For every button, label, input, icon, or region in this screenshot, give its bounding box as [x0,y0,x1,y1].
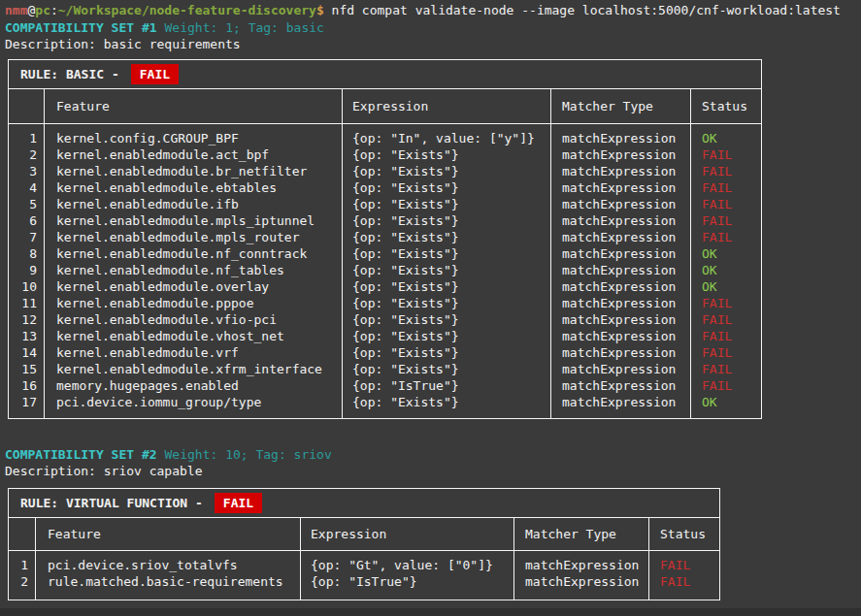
status-cell: OK [691,262,761,278]
col-header-status: Status [649,518,719,550]
prompt-host: pc [35,3,50,17]
prompt-path: ~/Workspace/node-feature-discovery [58,3,316,17]
table-row: 2 rule.matched.basic-requirements {op: "… [9,573,719,590]
column-divider [690,124,691,418]
status-cell: FAIL [691,361,761,377]
prompt-line: nmm@pc:~/Workspace/node-feature-discover… [5,2,841,18]
matcher-type-cell: matchExpression [551,361,691,377]
matcher-type-cell: matchExpression [551,328,691,344]
feature-cell: memory.hugepages.enabled [45,377,343,394]
matcher-type-cell: matchExpression [514,573,649,590]
row-number: 9 [9,262,45,278]
status-cell: OK [691,394,761,410]
feature-cell: kernel.enabledmodule.ifb [45,196,343,212]
expression-cell: {op: "Exists"} [343,295,551,311]
row-number: 12 [9,311,45,328]
status-cell: FAIL [691,328,761,344]
expression-cell: {op: "Exists"} [343,361,551,377]
feature-cell: kernel.enabledmodule.vhost_net [45,328,343,344]
table-row: 15 kernel.enabledmodule.xfrm_interface {… [9,361,761,377]
expression-cell: {op: "Exists"} [343,262,551,278]
column-header-row: Feature Expression Matcher Type Status [9,89,761,124]
matcher-type-cell: matchExpression [551,179,691,196]
row-number: 4 [9,179,45,196]
feature-cell: kernel.enabledmodule.mpls_iptunnel [45,212,343,229]
row-number: 3 [9,163,45,179]
row-number: 16 [9,377,45,394]
status-cell: FAIL [691,146,761,163]
expression-cell: {op: "Exists"} [343,179,551,196]
rule-table-virtual-function: RULE: VIRTUAL FUNCTION - FAIL Feature Ex… [8,488,720,600]
status-cell: OK [691,245,761,262]
status-cell: FAIL [691,179,761,196]
table-row: 17 pci.device.iommu_group/type {op: "Exi… [9,394,761,410]
feature-cell: kernel.enabledmodule.nf_conntrack [45,245,343,262]
col-header-number [9,518,36,550]
table-row: 7 kernel.enabledmodule.mpls_router {op: … [9,229,761,245]
feature-cell: kernel.config.CGROUP_BPF [45,130,343,146]
matcher-type-cell: matchExpression [551,163,691,179]
row-number: 7 [9,229,45,245]
row-number: 2 [9,573,36,590]
rule-status-badge: FAIL [131,64,179,84]
row-number: 2 [9,146,45,163]
compat-set-1-meta: Weight: 1; Tag: basic [165,20,324,35]
table-row: 14 kernel.enabledmodule.vrf {op: "Exists… [9,344,761,361]
prompt-colon: : [50,3,58,17]
status-cell: FAIL [649,573,719,590]
rule-header-virtual-function: RULE: VIRTUAL FUNCTION - FAIL [9,489,719,518]
table-row: 10 kernel.enabledmodule.overlay {op: "Ex… [9,278,761,295]
col-header-expression: Expression [301,518,514,550]
expression-cell: {op: "Exists"} [343,196,551,212]
status-cell: FAIL [691,163,761,179]
table-row: 9 kernel.enabledmodule.nf_tables {op: "E… [9,262,761,278]
table-row: 6 kernel.enabledmodule.mpls_iptunnel {op… [9,212,761,229]
matcher-type-cell: matchExpression [551,146,691,163]
feature-cell: kernel.enabledmodule.act_bpf [45,146,343,163]
feature-cell: kernel.enabledmodule.nf_tables [45,262,343,278]
status-cell: FAIL [691,377,761,394]
feature-cell: kernel.enabledmodule.vfio-pci [45,311,343,328]
feature-cell: kernel.enabledmodule.overlay [45,278,343,295]
table-row: 3 kernel.enabledmodule.br_netfilter {op:… [9,163,761,179]
table-row: 1 pci.device.sriov_totalvfs {op: "Gt", v… [9,557,719,573]
expression-cell: {op: "Exists"} [343,394,551,410]
matcher-type-cell: matchExpression [514,557,649,573]
row-number: 1 [9,130,45,146]
rule-status-badge: FAIL [215,493,262,513]
row-number: 6 [9,212,45,229]
status-cell: FAIL [691,344,761,361]
row-number: 1 [9,557,36,573]
command-text: nfd compat validate-node --image localho… [324,3,841,17]
feature-cell: kernel.enabledmodule.ebtables [45,179,343,196]
table-body: 1 pci.device.sriov_totalvfs {op: "Gt", v… [9,551,719,600]
matcher-type-cell: matchExpression [551,229,691,245]
status-cell: OK [691,278,761,295]
row-number: 8 [9,245,45,262]
column-divider [342,124,343,418]
matcher-type-cell: matchExpression [551,278,691,295]
matcher-type-cell: matchExpression [551,377,691,394]
row-number: 14 [9,344,45,361]
compat-set-2-title-line: COMPATIBILITY SET #2Weight: 10; Tag: sri… [5,446,332,463]
table-row: 4 kernel.enabledmodule.ebtables {op: "Ex… [9,179,761,196]
row-number: 11 [9,295,45,311]
col-header-feature: Feature [36,518,301,550]
feature-cell: kernel.enabledmodule.mpls_router [45,229,343,245]
column-divider [35,551,36,600]
status-cell: FAIL [691,229,761,245]
feature-cell: pci.device.sriov_totalvfs [36,557,301,573]
prompt-user: nmm [5,3,27,17]
table-row: 16 memory.hugepages.enabled {op: "IsTrue… [9,377,761,394]
matcher-type-cell: matchExpression [551,130,691,146]
table-row: 8 kernel.enabledmodule.nf_conntrack {op:… [9,245,761,262]
table-row: 1 kernel.config.CGROUP_BPF {op: "In", va… [9,130,761,146]
column-divider [44,124,45,418]
feature-cell: rule.matched.basic-requirements [36,573,301,590]
expression-cell: {op: "Exists"} [343,229,551,245]
column-divider [300,551,301,600]
status-cell: FAIL [691,196,761,212]
expression-cell: {op: "Exists"} [343,328,551,344]
status-cell: FAIL [691,212,761,229]
table-row: 5 kernel.enabledmodule.ifb {op: "Exists"… [9,196,761,212]
